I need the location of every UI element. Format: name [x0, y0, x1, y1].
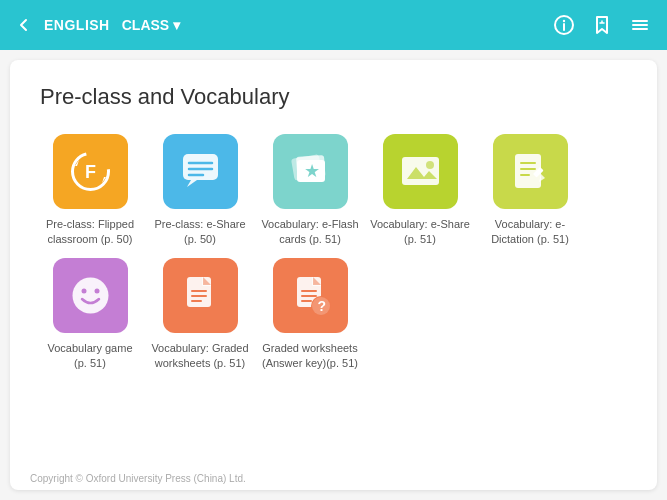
icon-label: Pre-class: e-Share (p. 50) — [150, 217, 250, 248]
svg-text:★: ★ — [304, 161, 320, 181]
eflash-icon: ★ — [273, 134, 348, 209]
icon-label: Vocabulary: e-Share (p. 51) — [370, 217, 470, 248]
english-label: ENGLISH — [44, 17, 110, 33]
list-item[interactable]: Vocabulary game (p. 51) — [40, 258, 140, 372]
svg-point-23 — [72, 277, 108, 313]
icon-label: Vocabulary: Graded worksheets (p. 51) — [150, 341, 250, 372]
list-item[interactable]: ★ Vocabulary: e-Flash cards (p. 51) — [260, 134, 360, 248]
dropdown-icon: ▾ — [173, 17, 180, 33]
icon-label: Graded worksheets (Answer key)(p. 51) — [260, 341, 360, 372]
list-item[interactable]: Vocabulary: e-Dictation (p. 51) — [480, 134, 580, 248]
eshare-preclass-icon — [163, 134, 238, 209]
page-title: Pre-class and Vocabulary — [40, 84, 627, 110]
eshare-vocab-icon — [383, 134, 458, 209]
list-item[interactable]: ? Graded worksheets (Answer key)(p. 51) — [260, 258, 360, 372]
bookmark-icon[interactable] — [591, 14, 613, 36]
icon-label: Vocabulary: e-Dictation (p. 51) — [480, 217, 580, 248]
header-icons — [553, 14, 651, 36]
svg-text:?: ? — [317, 298, 326, 314]
footer: Copyright © Oxford University Press (Chi… — [30, 473, 246, 484]
info-icon[interactable] — [553, 14, 575, 36]
menu-icon[interactable] — [629, 14, 651, 36]
svg-rect-16 — [402, 157, 439, 185]
icon-grid: F Pre-class: Flipped classroom (p. 50) P… — [40, 134, 627, 372]
flipped-icon: F — [53, 134, 128, 209]
icon-label: Pre-class: Flipped classroom (p. 50) — [40, 217, 140, 248]
main-content: Pre-class and Vocabulary F Pre-class: Fl… — [10, 60, 657, 490]
copyright-text: Copyright © Oxford University Press (Chi… — [30, 473, 246, 484]
class-dropdown[interactable]: CLASS ▾ — [122, 17, 180, 33]
svg-text:F: F — [85, 162, 96, 182]
icon-label: Vocabulary game (p. 51) — [40, 341, 140, 372]
vocabgame-icon — [53, 258, 128, 333]
svg-point-17 — [426, 161, 434, 169]
svg-point-24 — [81, 288, 86, 293]
svg-point-2 — [563, 20, 565, 22]
graded-ws-icon — [163, 258, 238, 333]
svg-point-25 — [94, 288, 99, 293]
list-item[interactable]: Pre-class: e-Share (p. 50) — [150, 134, 250, 248]
list-item[interactable]: F Pre-class: Flipped classroom (p. 50) — [40, 134, 140, 248]
class-label: CLASS — [122, 17, 169, 33]
edictation-icon — [493, 134, 568, 209]
list-item[interactable]: Vocabulary: Graded worksheets (p. 51) — [150, 258, 250, 372]
icon-label: Vocabulary: e-Flash cards (p. 51) — [260, 217, 360, 248]
header: ENGLISH CLASS ▾ — [0, 0, 667, 50]
graded-ws-answer-icon: ? — [273, 258, 348, 333]
list-item[interactable]: Vocabulary: e-Share (p. 51) — [370, 134, 470, 248]
back-button[interactable] — [16, 17, 32, 33]
